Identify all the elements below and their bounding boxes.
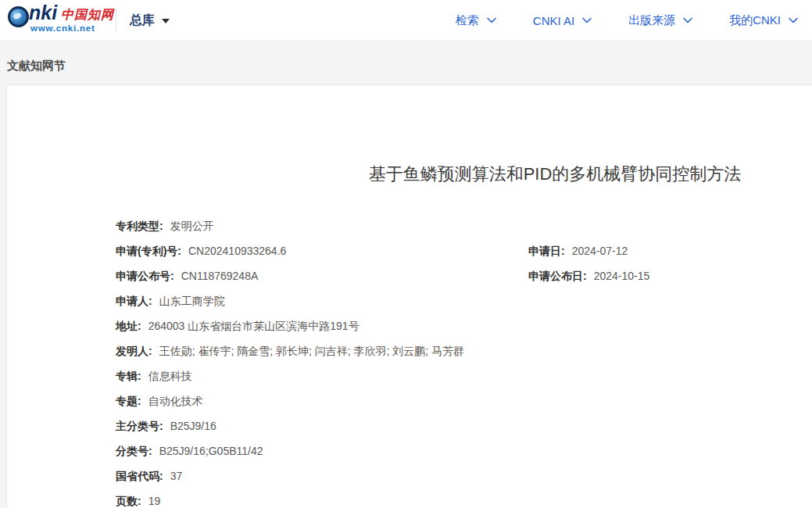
patent-fields: 专利类型:发明公开 申请(专利)号:CN202410933264.6 申请日:2… [116,220,812,508]
field-row-classification: 分类号:B25J9/16;G05B11/42 [116,445,812,460]
inventors-links[interactable]: 王佐勋; 崔传宇; 隋金雪; 郭长坤; 闫吉祥; 李欣羽; 刘云鹏; 马芳群 [159,345,464,357]
header-nav: 检索 CNKI AI 出版来源 我的CNKI [456,13,798,28]
breadcrumb-bar: 文献知网节 [0,42,812,84]
field-row-application-number: 申请(专利)号:CN202410933264.6 申请日:2024-07-12 [116,245,812,259]
field-value: 19 [148,495,161,507]
field-label: 申请人: [116,295,152,307]
field-row-inventors: 发明人:王佐勋; 崔传宇; 隋金雪; 郭长坤; 闫吉祥; 李欣羽; 刘云鹏; 马… [116,345,812,360]
nav-item-my-cnki[interactable]: 我的CNKI [729,13,798,28]
field-value: B25J9/16 [170,420,216,432]
field-label: 页数: [116,495,141,507]
field-label: 国省代码: [116,470,163,482]
top-header: nki 中国知网 www.cnki.net 总库 检索 CNKI AI 出版来源… [0,0,812,41]
nav-item-label: CNKI AI [533,14,574,27]
field-row-province-code: 国省代码:37 [116,470,812,485]
nav-item-label: 我的CNKI [729,13,781,28]
cnki-logo[interactable]: nki 中国知网 www.cnki.net [6,4,109,37]
logo-nki-text: nki [29,2,57,24]
field-row-main-classification: 主分类号:B25J9/16 [116,420,812,435]
breadcrumb: 文献知网节 [7,59,66,73]
field-value: 发明公开 [170,220,214,232]
field-label: 主分类号: [116,420,163,432]
applicant-link[interactable]: 山东工商学院 [159,295,225,307]
field-value: 2024-07-12 [572,245,628,257]
patent-detail-content: 基于鱼鳞预测算法和PID的多机械臂协同控制方法 专利类型:发明公开 申请(专利)… [116,163,812,508]
patent-detail-card: 基于鱼鳞预测算法和PID的多机械臂协同控制方法 专利类型:发明公开 申请(专利)… [6,84,812,508]
field-label: 申请公布日: [528,270,587,282]
library-dropdown[interactable]: 总库 [130,13,170,29]
field-row-address: 地址:264003 山东省烟台市莱山区滨海中路191号 [116,320,812,334]
page-title: 基于鱼鳞预测算法和PID的多机械臂协同控制方法 [116,163,812,186]
field-pair-application-date: 申请日:2024-07-12 [528,245,628,259]
field-label: 地址: [116,320,141,332]
field-row-series: 专辑:信息科技 [116,370,812,385]
chevron-down-icon [789,17,798,23]
nav-item-label: 出版来源 [628,13,675,28]
header-divider [116,9,116,32]
field-label: 申请(专利)号: [116,245,181,257]
field-label: 分类号: [116,445,152,457]
nav-item-search[interactable]: 检索 [456,13,496,28]
field-label: 申请公布号: [116,270,174,282]
field-label: 专辑: [116,370,141,382]
field-value: CN202410933264.6 [188,245,286,257]
field-value: B25J9/16;G05B11/42 [159,445,263,457]
logo-chinese-text: 中国知网 [61,7,114,23]
logo-url-text: www.cnki.net [30,23,95,33]
library-dropdown-label: 总库 [130,13,155,29]
field-label: 专题: [116,395,141,407]
field-value: 264003 山东省烟台市莱山区滨海中路191号 [148,320,359,332]
field-value: CN118769248A [181,270,259,282]
chevron-down-icon [683,17,692,23]
field-row-page-count: 页数:19 [116,495,812,508]
field-value: 2024-10-15 [594,270,650,282]
field-value: 37 [170,470,183,482]
nav-item-publish-source[interactable]: 出版来源 [628,13,692,28]
nav-item-cnki-ai[interactable]: CNKI AI [533,14,592,27]
field-label: 专利类型: [116,220,163,232]
field-row-topic: 专题:自动化技术 [116,395,812,410]
cnki-globe-icon [8,6,29,27]
field-value: 自动化技术 [148,395,203,407]
field-row-patent-type: 专利类型:发明公开 [116,220,812,234]
field-pair-publication-date: 申请公布日:2024-10-15 [528,270,649,284]
field-label: 申请日: [528,245,565,257]
field-row-publication-number: 申请公布号:CN118769248A 申请公布日:2024-10-15 [116,270,812,284]
nav-item-label: 检索 [456,13,479,28]
field-value: 信息科技 [148,370,192,382]
chevron-down-icon [582,17,592,23]
field-row-applicant: 申请人:山东工商学院 [116,295,812,309]
caret-down-icon [162,19,170,23]
chevron-down-icon [487,17,496,23]
field-label: 发明人: [116,345,152,357]
